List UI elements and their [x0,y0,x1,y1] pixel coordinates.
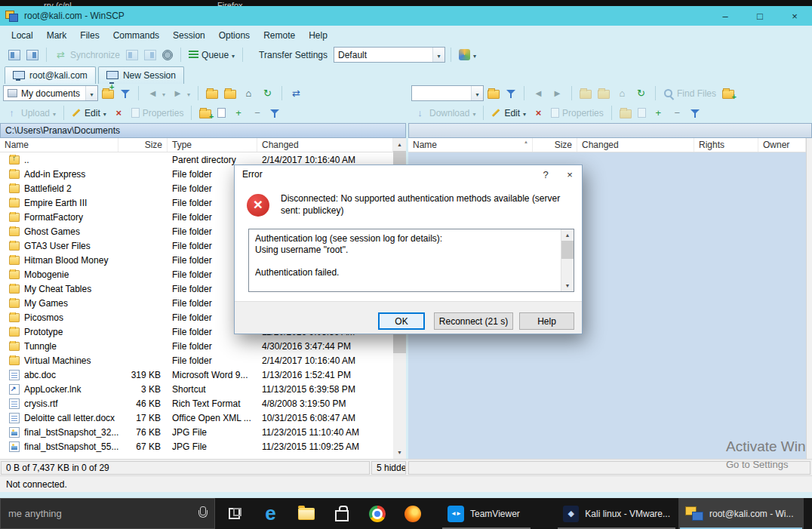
parent-directory-button[interactable] [577,86,594,100]
selection-filter-button[interactable] [267,106,282,121]
menu-item[interactable]: Remote [257,28,302,43]
local-path-bar[interactable]: C:\Users\Pranav\Documents [0,123,406,138]
remote-path-bar[interactable] [408,123,812,138]
layout-right-button[interactable] [24,48,41,62]
session-tab-active[interactable]: root@kali.com [5,66,96,84]
new-folder-button[interactable] [617,106,634,120]
queue-button[interactable]: Queue [186,48,237,62]
layout-left-button[interactable] [6,48,23,62]
file-row[interactable]: final_bstSnapshot_32... 76 KB JPG File 1… [0,425,393,439]
file-row[interactable]: final_bstSnapshot_55... 67 KB JPG File 1… [0,439,393,454]
minimize-button[interactable]: – [708,6,743,26]
open-directory-button[interactable] [100,86,116,100]
add-bookmark-button[interactable] [720,86,737,100]
file-row[interactable]: Virtual Machines File folder 2/14/2017 1… [0,353,393,368]
menu-item[interactable]: Commands [106,28,166,43]
home-directory-button[interactable]: ⌂ [614,85,631,101]
dialog-close-icon[interactable]: × [558,165,582,183]
preferences-button[interactable] [160,48,175,62]
forward-button[interactable]: ► [549,85,566,101]
column-header-size[interactable]: Size [118,138,168,152]
properties-button[interactable]: Properties [549,106,606,120]
help-button[interactable]: Help [519,312,574,330]
scroll-down-arrow-icon[interactable] [393,446,406,459]
column-header-changed[interactable]: Changed [577,138,694,152]
menu-item[interactable]: Session [166,28,212,43]
dialog-help-icon[interactable]: ? [534,165,558,183]
title-bar[interactable]: root@kali.com - WinSCP – □ × [0,6,812,26]
ok-button[interactable]: OK [378,312,425,330]
menu-item[interactable]: Files [73,28,106,43]
refresh-button[interactable]: ↻ [259,85,276,101]
parent-directory-button[interactable] [204,86,220,100]
local-drive-combo[interactable]: My documents [3,85,98,101]
filter-button[interactable] [503,86,518,101]
mirror-button[interactable] [142,48,158,62]
reconnect-button[interactable]: Reconnect (21 s) [434,312,513,330]
maximize-button[interactable]: □ [743,6,777,26]
delete-button[interactable]: × [530,105,547,121]
transfer-settings-combo[interactable]: Default [334,47,445,63]
track-directory-button[interactable]: ⇄ [288,85,305,101]
select-remove-button[interactable]: − [248,105,266,121]
column-header-rights[interactable]: Rights [694,138,758,152]
new-folder-button[interactable] [197,106,214,120]
upload-button[interactable]: ↑ Upload [3,105,58,121]
column-header-name[interactable]: Name [0,138,118,152]
menu-item[interactable]: Local [5,28,40,43]
scroll-down-arrow-icon[interactable] [561,280,574,291]
remote-directory-combo[interactable] [411,85,484,101]
transfer-preset-button[interactable] [457,48,478,62]
delete-button[interactable]: × [110,105,128,121]
taskbar-app-button[interactable]: Kali linux - VMware... [556,498,677,529]
synchronize-button[interactable]: ⇄ Synchronize [52,47,122,63]
column-header-type[interactable]: Type [168,138,257,152]
back-button[interactable]: ◄ [530,85,547,101]
download-button[interactable]: ↓ Download [411,105,478,121]
file-row[interactable]: Tunngle File folder 4/30/2016 3:47:44 PM [0,339,393,353]
new-file-button[interactable] [215,106,228,119]
menu-item[interactable]: Help [302,28,334,43]
menu-item[interactable]: Options [212,28,257,43]
file-row[interactable]: AppLocker.lnk 3 KB Shortcut 11/13/2015 6… [0,382,393,396]
column-header-owner[interactable]: Owner [758,138,806,152]
taskbar-app-button[interactable]: root@kali.com - Wi... [678,498,804,529]
scroll-up-arrow-icon[interactable] [393,138,406,151]
refresh-button[interactable]: ↻ [632,85,650,101]
filter-button[interactable] [118,86,133,101]
back-button[interactable]: ◄ [144,85,168,101]
log-scrollbar[interactable] [561,229,574,291]
menu-item[interactable]: Mark [40,28,74,43]
open-directory-button[interactable] [485,86,502,100]
close-button[interactable]: × [777,6,812,26]
compare-button[interactable] [124,48,140,62]
file-row[interactable]: crysis.rtf 46 KB Rich Text Format 4/8/20… [0,396,393,411]
column-header-name[interactable]: Name [408,138,533,152]
scrollbar-thumb[interactable] [561,241,574,259]
edit-button[interactable]: Edit [489,106,528,120]
taskbar-app-button[interactable]: TeamViewer [441,498,532,529]
right-list-scrollbar[interactable] [806,138,812,459]
select-add-button[interactable]: + [650,105,667,121]
file-row[interactable]: Deloitte call letter.docx 17 KB Office O… [0,411,393,425]
authentication-log-box[interactable]: Authentication log (see session log for … [248,229,574,292]
new-file-button[interactable] [635,106,648,119]
combo-arrow[interactable] [471,86,483,100]
selection-filter-button[interactable] [687,106,703,121]
forward-button[interactable]: ► [169,85,192,101]
new-session-tab[interactable]: New Session [98,66,184,84]
root-directory-button[interactable] [595,86,612,100]
combo-arrow[interactable] [432,48,444,62]
edit-button[interactable]: Edit [69,106,109,120]
properties-button[interactable]: Properties [129,106,186,120]
combo-arrow[interactable] [85,86,97,100]
file-row[interactable]: abc.doc 319 KB Microsoft Word 9... 1/13/… [0,368,393,382]
select-add-button[interactable]: + [229,105,247,121]
select-remove-button[interactable]: − [669,105,686,121]
find-files-button[interactable]: Find Files [661,87,718,100]
column-header-size[interactable]: Size [533,138,577,152]
home-directory-button[interactable]: ⌂ [240,85,257,101]
dialog-title-bar[interactable]: Error ? × [235,165,582,183]
column-header-changed[interactable]: Changed [257,138,393,152]
root-directory-button[interactable] [222,86,238,100]
